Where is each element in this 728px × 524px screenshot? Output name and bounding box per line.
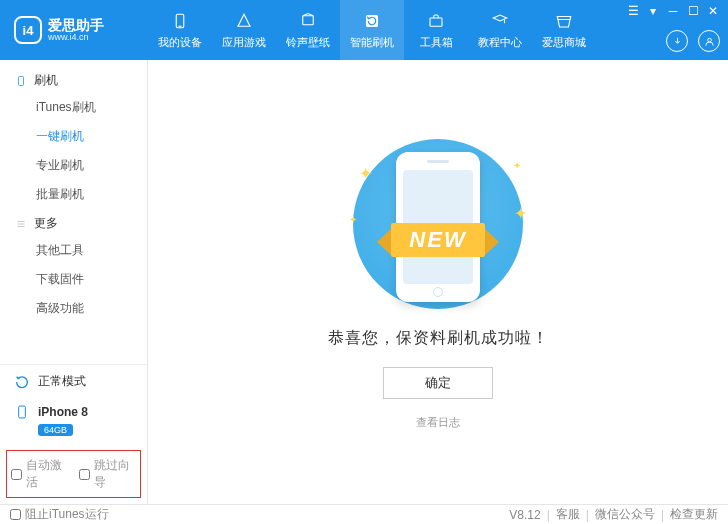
version-label: V8.12 xyxy=(509,508,540,522)
logo-badge-icon: i4 xyxy=(14,16,42,44)
logo-subtitle: www.i4.cn xyxy=(48,32,104,42)
device-mode-label: 正常模式 xyxy=(38,373,86,390)
download-button[interactable] xyxy=(666,30,688,52)
header: i4 爱思助手 www.i4.cn 我的设备 应用游戏 铃声壁纸 智能刷机 工具… xyxy=(0,0,728,60)
nav-mall-label: 爱思商城 xyxy=(542,35,586,50)
window-controls: ☰ ▾ ─ ☐ ✕ xyxy=(624,4,722,18)
sidebar-group-label: 更多 xyxy=(34,215,58,232)
success-illustration: ✦ ✦ ✦ ✦ NEW xyxy=(323,134,553,314)
refresh-icon xyxy=(14,374,30,390)
device-phone-icon xyxy=(14,404,30,420)
mall-icon xyxy=(554,11,574,31)
logo[interactable]: i4 爱思助手 www.i4.cn xyxy=(0,16,148,44)
list-icon xyxy=(14,217,28,231)
nav-toolbox-label: 工具箱 xyxy=(420,35,453,50)
svg-rect-6 xyxy=(19,76,24,85)
block-itunes-checkbox[interactable]: 阻止iTunes运行 xyxy=(10,506,109,523)
ringtone-icon xyxy=(298,11,318,31)
support-link[interactable]: 客服 xyxy=(556,506,580,523)
skip-wizard-checkbox[interactable]: 跳过向导 xyxy=(79,457,137,491)
device-storage-badge: 64GB xyxy=(38,424,73,436)
sidebar: 刷机 iTunes刷机 一键刷机 专业刷机 批量刷机 更多 其他工具 下载固件 … xyxy=(0,60,148,504)
main-panel: ✦ ✦ ✦ ✦ NEW 恭喜您，保资料刷机成功啦！ 确定 查看日志 xyxy=(148,60,728,504)
toolbox-icon xyxy=(426,11,446,31)
nav-toolbox[interactable]: 工具箱 xyxy=(404,0,468,60)
sidebar-item-oneclick-flash[interactable]: 一键刷机 xyxy=(0,122,147,151)
nav-flash-label: 智能刷机 xyxy=(350,35,394,50)
sidebar-group-flash[interactable]: 刷机 xyxy=(0,66,147,93)
nav-tutorial-label: 教程中心 xyxy=(478,35,522,50)
sidebar-group-label: 刷机 xyxy=(34,72,58,89)
sidebar-item-pro-flash[interactable]: 专业刷机 xyxy=(0,151,147,180)
nav-device-label: 我的设备 xyxy=(158,35,202,50)
device-icon xyxy=(170,11,190,31)
nav-tutorial[interactable]: 教程中心 xyxy=(468,0,532,60)
ribbon-text: NEW xyxy=(391,223,484,257)
sidebar-item-advanced[interactable]: 高级功能 xyxy=(0,294,147,323)
sparkle-icon: ✦ xyxy=(359,164,372,183)
block-itunes-label: 阻止iTunes运行 xyxy=(25,506,109,523)
svg-rect-4 xyxy=(430,18,442,26)
device-mode-row[interactable]: 正常模式 xyxy=(0,365,147,398)
nav-ringtone-label: 铃声壁纸 xyxy=(286,35,330,50)
minimize-button[interactable]: ─ xyxy=(664,4,682,18)
top-nav: 我的设备 应用游戏 铃声壁纸 智能刷机 工具箱 教程中心 爱思商城 xyxy=(148,0,596,60)
settings-icon[interactable]: ☰ xyxy=(624,4,642,18)
auto-activate-checkbox[interactable]: 自动激活 xyxy=(11,457,69,491)
close-button[interactable]: ✕ xyxy=(704,4,722,18)
nav-apps-label: 应用游戏 xyxy=(222,35,266,50)
sidebar-group-more[interactable]: 更多 xyxy=(0,209,147,236)
user-button[interactable] xyxy=(698,30,720,52)
sidebar-item-download-firmware[interactable]: 下载固件 xyxy=(0,265,147,294)
footer: 阻止iTunes运行 V8.12 | 客服 | 微信公众号 | 检查更新 xyxy=(0,504,728,524)
nav-apps[interactable]: 应用游戏 xyxy=(212,0,276,60)
tutorial-icon xyxy=(490,11,510,31)
ok-button[interactable]: 确定 xyxy=(383,367,493,399)
device-row[interactable]: iPhone 8 64GB xyxy=(0,398,147,446)
nav-device[interactable]: 我的设备 xyxy=(148,0,212,60)
svg-rect-10 xyxy=(19,406,26,418)
view-log-link[interactable]: 查看日志 xyxy=(416,415,460,430)
phone-icon xyxy=(14,74,28,88)
device-name-label: iPhone 8 xyxy=(38,405,88,419)
logo-title: 爱思助手 xyxy=(48,18,104,32)
sidebar-bottom: 正常模式 iPhone 8 64GB 自动激活 跳过向导 xyxy=(0,364,147,504)
sparkle-icon: ✦ xyxy=(513,160,521,171)
svg-rect-2 xyxy=(303,15,314,24)
check-update-link[interactable]: 检查更新 xyxy=(670,506,718,523)
auto-activate-label: 自动激活 xyxy=(26,457,69,491)
nav-mall[interactable]: 爱思商城 xyxy=(532,0,596,60)
wechat-link[interactable]: 微信公众号 xyxy=(595,506,655,523)
nav-flash[interactable]: 智能刷机 xyxy=(340,0,404,60)
pin-icon[interactable]: ▾ xyxy=(644,4,662,18)
header-right xyxy=(666,30,720,52)
success-message: 恭喜您，保资料刷机成功啦！ xyxy=(328,328,549,349)
options-box: 自动激活 跳过向导 xyxy=(6,450,141,498)
nav-ringtone[interactable]: 铃声壁纸 xyxy=(276,0,340,60)
skip-wizard-label: 跳过向导 xyxy=(94,457,137,491)
new-ribbon: NEW xyxy=(353,220,523,260)
maximize-button[interactable]: ☐ xyxy=(684,4,702,18)
flash-icon xyxy=(362,11,382,31)
sidebar-item-batch-flash[interactable]: 批量刷机 xyxy=(0,180,147,209)
sidebar-item-other-tools[interactable]: 其他工具 xyxy=(0,236,147,265)
svg-point-5 xyxy=(707,38,711,42)
apps-icon xyxy=(234,11,254,31)
sidebar-item-itunes-flash[interactable]: iTunes刷机 xyxy=(0,93,147,122)
